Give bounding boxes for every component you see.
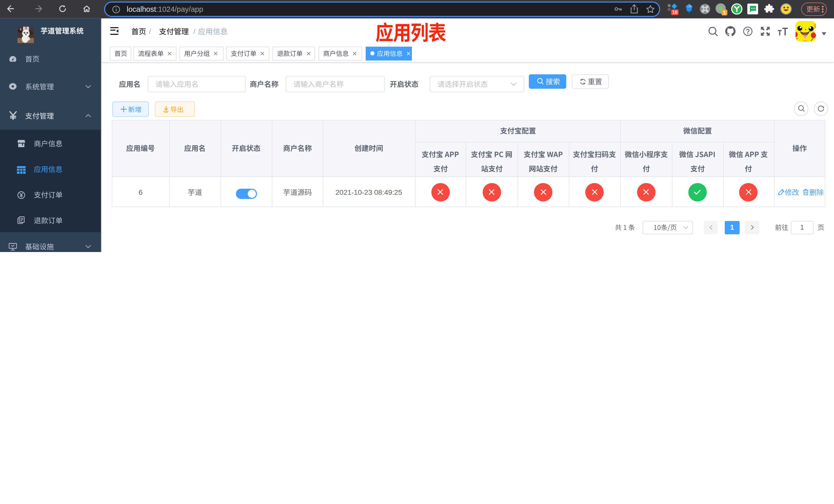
svg-text:10: 10 — [672, 9, 678, 15]
svg-text:1: 1 — [723, 10, 726, 15]
